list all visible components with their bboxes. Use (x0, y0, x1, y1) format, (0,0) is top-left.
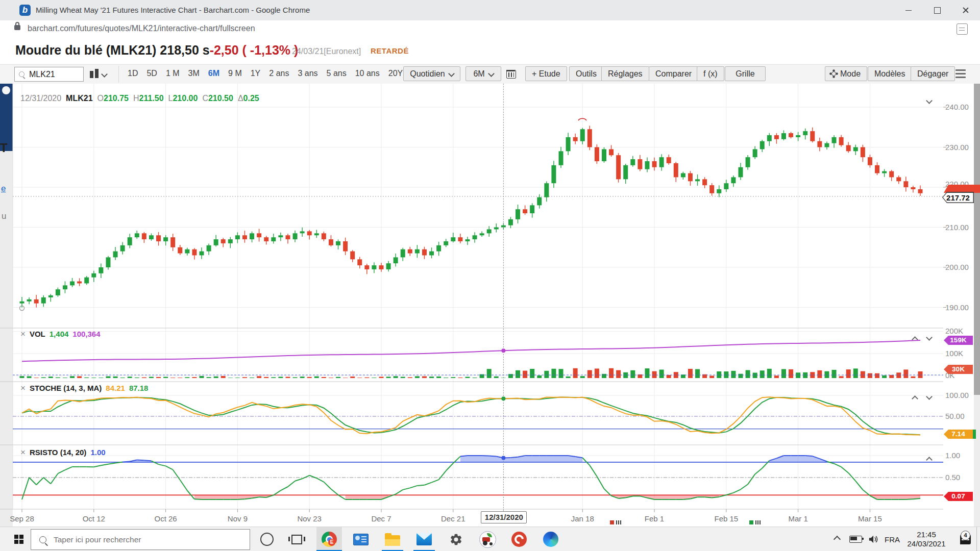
frequency-value: Quotidien (410, 69, 445, 79)
menu-icon[interactable] (955, 69, 966, 78)
browser-address-bar[interactable]: barchart.com/futures/quotes/MLK21/intera… (0, 20, 980, 38)
quote-date: 24/03/21[Euronext] (292, 47, 361, 56)
expand-rsisto-pane-icon[interactable] (927, 455, 932, 464)
expand-stoch-pane-icon[interactable] (913, 394, 917, 403)
timeframe-3ans[interactable]: 3 ans (298, 69, 317, 78)
calendar-icon[interactable] (506, 70, 516, 79)
red-c-icon (511, 532, 527, 547)
toolbar-divider (118, 66, 119, 83)
legend-close: C210.50 (202, 94, 233, 103)
templates-button[interactable]: Modèles (868, 66, 912, 81)
quote-exchange: [Euronext] (324, 47, 361, 56)
maximize-button[interactable] (923, 0, 951, 20)
last-price-badge (944, 185, 980, 193)
translate-icon[interactable] (957, 23, 968, 35)
settings-taskbar-button[interactable] (443, 527, 469, 551)
chrome-taskbar-button[interactable]: E (316, 527, 342, 551)
volume-indicator[interactable] (865, 527, 883, 551)
timeframe-1Y[interactable]: 1Y (251, 69, 261, 78)
timeframe-9M[interactable]: 9 M (228, 69, 242, 78)
edge-taskbar-button[interactable] (538, 527, 564, 551)
volume-pane-header: × VOL 1,404 100,364 (20, 330, 101, 338)
start-button[interactable] (7, 527, 31, 551)
timeframe-3M[interactable]: 3M (188, 69, 200, 78)
settings-button[interactable]: Réglages (601, 66, 649, 81)
timeframe-6M[interactable]: 6M (208, 69, 219, 78)
fx-button[interactable]: f (x) (697, 66, 724, 81)
minimize-icon (905, 10, 912, 11)
taskbar-search-box[interactable] (31, 529, 250, 550)
minimize-button[interactable] (894, 0, 923, 20)
search-icon (39, 536, 46, 543)
taskbar-search-input[interactable] (53, 535, 250, 545)
media-app-taskbar-button[interactable] (506, 527, 532, 551)
timeframe-10ans[interactable]: 10 ans (355, 69, 380, 78)
tray-expand-button[interactable] (829, 527, 845, 551)
timeframe-5ans[interactable]: 5 ans (327, 69, 347, 78)
mail-taskbar-button[interactable] (411, 527, 437, 551)
url-text[interactable]: barchart.com/futures/quotes/MLK21/intera… (28, 24, 255, 33)
collapse-main-pane-icon[interactable] (927, 96, 932, 105)
interactive-chart[interactable]: T e u 12/31/2020 MLK21 O210.75 H211.50 L… (0, 84, 980, 527)
stochastic-label: STOCHE (14, 3, MA) (30, 384, 102, 392)
clear-button[interactable]: Dégager (911, 66, 955, 81)
close-button[interactable] (951, 0, 980, 20)
chart-svg[interactable] (0, 84, 980, 527)
timeframe-2ans[interactable]: 2 ans (269, 69, 289, 78)
control-panel-taskbar-button[interactable] (348, 527, 374, 551)
timeframe-1D[interactable]: 1D (128, 69, 138, 78)
mode-button[interactable]: Mode (825, 66, 867, 81)
show-desktop-button[interactable] (976, 527, 980, 551)
symbol-search-box[interactable] (14, 67, 84, 82)
tools-button[interactable]: Outils (569, 66, 603, 81)
x-axis-tick: Nov 23 (286, 514, 332, 523)
file-explorer-taskbar-button[interactable] (380, 527, 405, 551)
event-marker-icon[interactable] (749, 520, 753, 524)
ohlc-legend: 12/31/2020 MLK21 O210.75 H211.50 L210.00… (20, 94, 259, 103)
frequency-dropdown[interactable]: Quotidien (403, 66, 460, 81)
rsisto-pane-header: × RSISTO (14, 20) 1.00 (20, 448, 106, 457)
legend-low: L210.00 (168, 94, 198, 103)
farm-app-taskbar-button[interactable] (475, 527, 500, 551)
volume-badge: 30K (944, 365, 973, 374)
action-center-button[interactable]: 4 (955, 527, 975, 551)
tray-time: 21:45 (898, 530, 954, 539)
timeframe-5D[interactable]: 5D (146, 69, 157, 78)
range-dropdown[interactable]: 6M (465, 66, 501, 81)
battery-indicator[interactable] (846, 527, 865, 551)
close-pane-icon[interactable]: × (20, 330, 26, 338)
close-pane-icon[interactable]: × (20, 448, 26, 456)
event-marker-icon[interactable] (610, 520, 614, 524)
compare-symbols-icon[interactable] (89, 69, 109, 80)
stochastic-d-value: 87.18 (129, 384, 149, 392)
cortana-icon (260, 533, 274, 546)
axis-label: 210.00 (945, 223, 972, 232)
edge-icon (543, 532, 558, 547)
collapse-stoch-pane-icon[interactable] (927, 392, 932, 401)
axis-label: 100K (945, 349, 972, 358)
x-axis-tick: Oct 26 (143, 514, 189, 523)
compare-button[interactable]: Comparer (649, 66, 698, 81)
legend-open: O210.75 (97, 94, 129, 103)
x-axis-tick: Feb 15 (703, 514, 749, 523)
notification-count-badge: 4 (961, 531, 970, 540)
add-study-button[interactable]: + Etude (525, 66, 567, 81)
collapse-volume-pane-icon[interactable] (927, 333, 932, 342)
timeframe-20Y[interactable]: 20Y (388, 69, 403, 78)
legend-delta: Δ0.25 (238, 94, 259, 103)
symbol-input[interactable] (28, 69, 77, 80)
clock[interactable]: 21:45 24/03/2021 (898, 530, 954, 548)
search-icon (19, 71, 24, 77)
event-glyph-icon (616, 520, 621, 524)
close-pane-icon[interactable]: × (20, 384, 26, 392)
volume-label: VOL (30, 330, 45, 338)
task-view-button[interactable] (284, 527, 309, 551)
grid-button[interactable]: Grille (725, 66, 766, 81)
expand-volume-pane-icon[interactable] (913, 335, 917, 344)
cortana-button[interactable] (254, 527, 280, 551)
window-titlebar[interactable]: b Milling Wheat May '21 Futures Interact… (0, 0, 980, 21)
x-axis-tick: Mar 15 (847, 514, 893, 523)
timeframe-list: 1D5D1 M3M6M9 M1Y2 ans3 ans5 ans10 ans20Y… (128, 69, 429, 78)
lock-icon[interactable] (14, 25, 20, 30)
timeframe-1M[interactable]: 1 M (166, 69, 180, 78)
